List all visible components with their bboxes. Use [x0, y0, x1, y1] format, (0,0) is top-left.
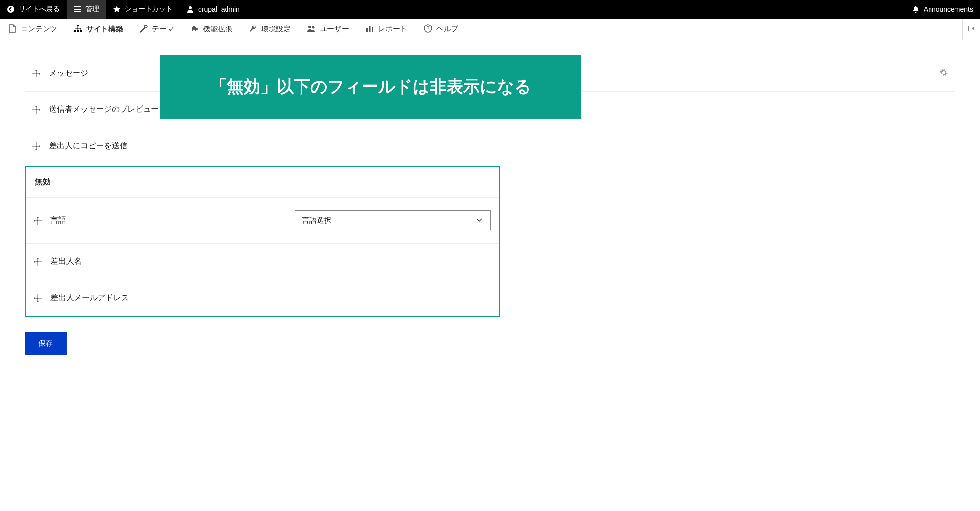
- nav-people-label: ユーザー: [320, 25, 349, 34]
- row-sender-email-label: 差出人メールアドレス: [50, 293, 129, 303]
- nav-collapse-toggle[interactable]: [962, 19, 980, 40]
- row-sender-name-label: 差出人名: [50, 256, 82, 267]
- reports-icon: [365, 24, 374, 34]
- row-sender-name[interactable]: 差出人名: [26, 244, 499, 280]
- user-icon: [186, 5, 194, 13]
- row-language-label: 言語: [50, 215, 66, 226]
- hamburger-icon: [74, 5, 81, 13]
- drag-handle-icon[interactable]: [34, 294, 42, 302]
- svg-rect-5: [77, 25, 79, 26]
- brush-icon: [139, 24, 148, 34]
- disabled-group: 無効 言語 言語選択 差出人名: [25, 166, 500, 317]
- bell-icon: [912, 5, 920, 13]
- collapse-icon: [967, 24, 976, 34]
- svg-point-11: [312, 26, 315, 29]
- svg-rect-8: [80, 30, 82, 32]
- svg-point-0: [7, 6, 14, 13]
- drag-handle-icon[interactable]: [34, 258, 42, 266]
- svg-rect-13: [369, 26, 371, 32]
- wrench-icon: [249, 24, 257, 34]
- row-message-label: メッセージ: [49, 68, 88, 78]
- back-label: サイトへ戻る: [19, 5, 60, 14]
- nav-help[interactable]: ? ヘルプ: [416, 19, 467, 40]
- svg-rect-6: [74, 30, 76, 32]
- svg-rect-14: [372, 27, 373, 32]
- shortcuts-link[interactable]: ショートカット: [106, 0, 179, 19]
- svg-rect-1: [74, 6, 81, 7]
- nav-people[interactable]: ユーザー: [299, 19, 357, 40]
- svg-rect-7: [77, 30, 79, 32]
- help-icon: ?: [424, 24, 432, 34]
- nav-content[interactable]: コンテンツ: [0, 19, 66, 40]
- drag-handle-icon[interactable]: [34, 217, 42, 225]
- nav-appearance[interactable]: テーマ: [131, 19, 182, 40]
- nav-reports[interactable]: レポート: [357, 19, 416, 40]
- announcements-label: Announcements: [924, 5, 973, 13]
- svg-rect-2: [74, 9, 81, 10]
- disabled-header: 無効: [26, 167, 499, 198]
- save-button-label: 保存: [38, 339, 53, 347]
- svg-text:?: ?: [427, 26, 429, 31]
- nav-content-label: コンテンツ: [21, 25, 57, 34]
- nav-config-label: 環境設定: [261, 25, 291, 34]
- manage-toggle[interactable]: 管理: [67, 0, 106, 19]
- manage-label: 管理: [85, 5, 99, 14]
- user-name: drupal_admin: [198, 5, 240, 13]
- nav-extend[interactable]: 機能拡張: [182, 19, 241, 40]
- row-copy-label: 差出人にコピーを送信: [49, 141, 127, 151]
- row-language[interactable]: 言語 言語選択: [26, 198, 499, 244]
- nav-extend-label: 機能拡張: [203, 25, 232, 34]
- annotation-text: 「無効」以下のフィールドは非表示になる: [210, 76, 531, 98]
- svg-point-10: [308, 26, 311, 28]
- announcements-link[interactable]: Announcements: [905, 0, 980, 19]
- nav-structure[interactable]: サイト構築: [66, 19, 131, 40]
- save-button[interactable]: 保存: [25, 332, 67, 355]
- puzzle-icon: [190, 24, 199, 34]
- nav-help-label: ヘルプ: [436, 25, 458, 34]
- nav-appearance-label: テーマ: [152, 25, 174, 34]
- back-arrow-icon: [7, 5, 15, 13]
- user-link[interactable]: drupal_admin: [179, 0, 247, 19]
- language-select[interactable]: 言語選択: [295, 210, 491, 230]
- row-sender-email[interactable]: 差出人メールアドレス: [26, 280, 499, 316]
- row-copy[interactable]: 差出人にコピーを送信: [25, 128, 955, 164]
- annotation-banner: 「無効」以下のフィールドは非表示になる: [160, 55, 581, 119]
- chevron-down-icon: [476, 216, 483, 225]
- admin-nav: コンテンツ サイト構築 テーマ 機能拡張 環境設定 ユーザー レポート ? ヘル…: [0, 19, 980, 40]
- topbar: サイトへ戻る 管理 ショートカット drupal_admin Announcem…: [0, 0, 980, 19]
- shortcut-label: ショートカット: [125, 5, 173, 14]
- star-icon: [113, 5, 121, 13]
- drag-handle-icon[interactable]: [32, 106, 40, 114]
- people-icon: [307, 24, 316, 34]
- svg-rect-3: [74, 11, 81, 12]
- file-icon: [8, 24, 17, 34]
- language-select-value: 言語選択: [302, 216, 331, 225]
- back-to-site-link[interactable]: サイトへ戻る: [0, 0, 67, 19]
- nav-reports-label: レポート: [378, 25, 407, 34]
- drag-handle-icon[interactable]: [32, 70, 40, 77]
- row-preview-label: 送信者メッセージのプレビュー: [49, 104, 159, 115]
- nav-structure-label: サイト構築: [86, 25, 123, 34]
- row-settings-icon[interactable]: [940, 69, 948, 78]
- drag-handle-icon[interactable]: [32, 142, 40, 150]
- svg-point-4: [189, 6, 192, 9]
- content-area: 「無効」以下のフィールドは非表示になる メッセージ 送信者メッセージのプレビュー…: [0, 55, 980, 375]
- svg-rect-12: [366, 28, 368, 32]
- nav-config[interactable]: 環境設定: [241, 19, 299, 40]
- structure-icon: [74, 24, 82, 34]
